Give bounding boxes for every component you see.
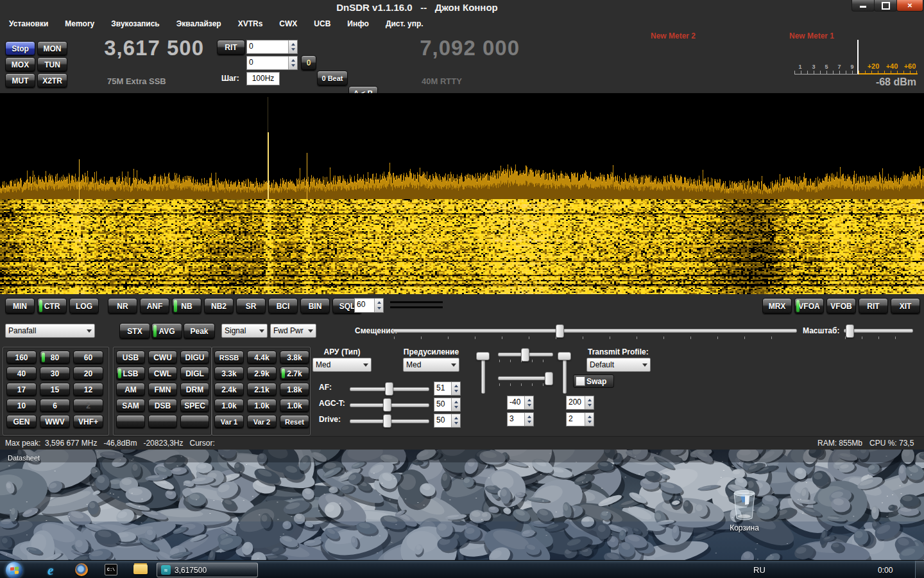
mode-empty-button[interactable] <box>116 415 145 428</box>
menu-item-zvukozapis[interactable]: Звукозапись <box>111 19 159 28</box>
firefox-icon[interactable] <box>75 563 88 576</box>
cpdr-spinner[interactable]: 2 <box>566 412 594 426</box>
menu-item-info[interactable]: Инфо <box>347 19 369 28</box>
nr-button[interactable]: NR <box>108 298 137 314</box>
stop-button[interactable]: Stop <box>5 41 35 56</box>
peak-button[interactable]: Peak <box>184 323 215 339</box>
desktop-icon-datasheet-label[interactable]: Datasheet <box>8 454 40 462</box>
band-15-button[interactable]: 15 <box>40 383 70 396</box>
sql-spin-arrows[interactable] <box>374 299 383 312</box>
offset-slider-track[interactable] <box>393 329 797 333</box>
stx-button[interactable]: STX <box>119 323 150 339</box>
vox-spinner[interactable]: 200 <box>566 396 594 410</box>
rit-button[interactable]: RIT <box>217 40 245 55</box>
language-indicator[interactable]: RU <box>753 565 766 575</box>
avg-button[interactable]: AVG <box>151 323 182 339</box>
command-prompt-icon[interactable]: C:\ <box>105 564 117 575</box>
transmit-profile-combo[interactable]: Default <box>586 358 651 372</box>
display-mode-combo[interactable]: Panafall <box>5 324 95 338</box>
mode-fmn-button[interactable]: FMN <box>148 383 177 396</box>
maximize-button[interactable] <box>874 0 897 12</box>
fwd-pwr-combo[interactable]: Fwd Pwr <box>270 324 316 338</box>
vox-spin-arrows[interactable] <box>585 396 594 409</box>
agc-type-combo[interactable]: Med <box>312 358 372 372</box>
filter-reset-button[interactable]: Reset <box>280 415 309 428</box>
show-desktop-button[interactable] <box>915 561 924 578</box>
menu-item-xvtrs[interactable]: XVTRs <box>238 19 263 28</box>
gate-spin-arrows[interactable] <box>524 396 533 409</box>
band-12-button[interactable]: 12 <box>73 383 103 396</box>
filter-1k0-button[interactable]: 1.0k <box>214 399 244 412</box>
pan-right-slider-thumb[interactable] <box>558 352 571 360</box>
menu-item-memory[interactable]: Memory <box>65 19 94 28</box>
panadapter-spectrum[interactable] <box>0 93 924 199</box>
taskbar-clock[interactable]: 0:00 <box>878 566 893 575</box>
band-2-button[interactable]: 2 <box>73 399 103 412</box>
vfoa-button[interactable]: VFOA <box>794 298 824 314</box>
agct-slider-thumb[interactable] <box>383 398 391 412</box>
sql-spinner[interactable]: 60 <box>354 298 384 313</box>
bin-button[interactable]: BIN <box>300 298 330 314</box>
dx-spin-arrows[interactable] <box>524 413 533 426</box>
menu-item-ustanovki[interactable]: Установки <box>9 19 48 28</box>
mode-drm-button[interactable]: DRM <box>180 383 209 396</box>
filter-2k1-button[interactable]: 2.1k <box>247 383 277 396</box>
pan-left-slider-thumb[interactable] <box>476 352 490 360</box>
zoom-slider-track[interactable] <box>844 329 913 333</box>
drive-slider-thumb[interactable] <box>383 414 391 428</box>
bci-button[interactable]: BCI <box>268 298 298 314</box>
rit-toggle-button[interactable]: RIT <box>859 298 888 314</box>
nb2-button[interactable]: NB2 <box>204 298 234 314</box>
new-meter-1-label[interactable]: New Meter 1 <box>789 31 834 40</box>
mode-digl-button[interactable]: DIGL <box>180 367 209 380</box>
mode-usb-button[interactable]: USB <box>116 351 145 364</box>
menu-item-equalizer[interactable]: Эквалайзер <box>176 19 221 28</box>
filter-4k4-button[interactable]: 4.4k <box>247 351 277 364</box>
new-meter-2-label[interactable]: New Meter 2 <box>651 31 696 40</box>
filter-rssb-button[interactable]: RSSB <box>214 351 244 364</box>
titlebar[interactable]: DnSDR v1.1.16.0 -- Джон Коннор ✕ <box>0 0 924 15</box>
vfoa-frequency[interactable]: 3,617 500 <box>96 36 204 60</box>
anf-button[interactable]: ANF <box>140 298 169 314</box>
af-slider-thumb[interactable] <box>385 382 393 396</box>
mon-button[interactable]: MON <box>37 41 67 56</box>
band-80-button[interactable]: 80 <box>40 351 70 364</box>
mode-digu-button[interactable]: DIGU <box>180 351 209 364</box>
af-spinner[interactable]: 51 <box>434 381 461 396</box>
band-17-button[interactable]: 17 <box>6 383 37 396</box>
band-20-button[interactable]: 20 <box>73 367 103 380</box>
rit-spin-arrows[interactable] <box>288 40 297 53</box>
band-10-button[interactable]: 10 <box>6 399 37 412</box>
band-160-button[interactable]: 160 <box>6 351 37 364</box>
filter-1k8-button[interactable]: 1.8k <box>280 383 309 396</box>
close-button[interactable]: ✕ <box>896 0 923 12</box>
filter-3k8-button[interactable]: 3.8k <box>280 351 309 364</box>
log-button[interactable]: LOG <box>69 298 99 314</box>
xit-toggle-button[interactable]: XIT <box>891 298 920 314</box>
mode-am-button[interactable]: AM <box>116 383 145 396</box>
vfob-frequency[interactable]: 7,092 000 <box>412 36 520 60</box>
recycle-bin-icon[interactable] <box>731 488 758 521</box>
menu-item-remote[interactable]: Дист. упр. <box>386 19 424 28</box>
ctr-button[interactable]: CTR <box>37 298 67 314</box>
filter-2k4-button[interactable]: 2.4k <box>214 383 244 396</box>
zero-beat-button[interactable]: 0 Beat <box>317 71 348 86</box>
band-gen-button[interactable]: GEN <box>6 415 37 428</box>
mode-cwu-button[interactable]: CWU <box>148 351 177 364</box>
menu-item-cwx[interactable]: CWX <box>279 19 297 28</box>
filter-1k0-button[interactable]: 1.0k <box>280 399 309 412</box>
dx-spinner[interactable]: 3 <box>507 412 534 426</box>
band-30-button[interactable]: 30 <box>40 367 70 380</box>
xit-spin-arrows[interactable] <box>288 57 297 69</box>
nb-button[interactable]: NB <box>172 298 201 314</box>
af-spin-arrows[interactable] <box>451 382 460 395</box>
start-button[interactable] <box>6 562 22 578</box>
internet-explorer-icon[interactable]: e <box>47 563 62 577</box>
mrx-button[interactable]: MRX <box>762 298 792 314</box>
band-60-button[interactable]: 60 <box>73 351 103 364</box>
filter-2k7-button[interactable]: 2.7k <box>280 367 309 380</box>
signal-combo[interactable]: Signal <box>221 324 268 338</box>
vfob-button[interactable]: VFOB <box>826 298 856 314</box>
taskbar-dnsdr-task[interactable]: ≈ 3,617500 <box>157 563 258 577</box>
mode-lsb-button[interactable]: LSB <box>116 367 145 380</box>
